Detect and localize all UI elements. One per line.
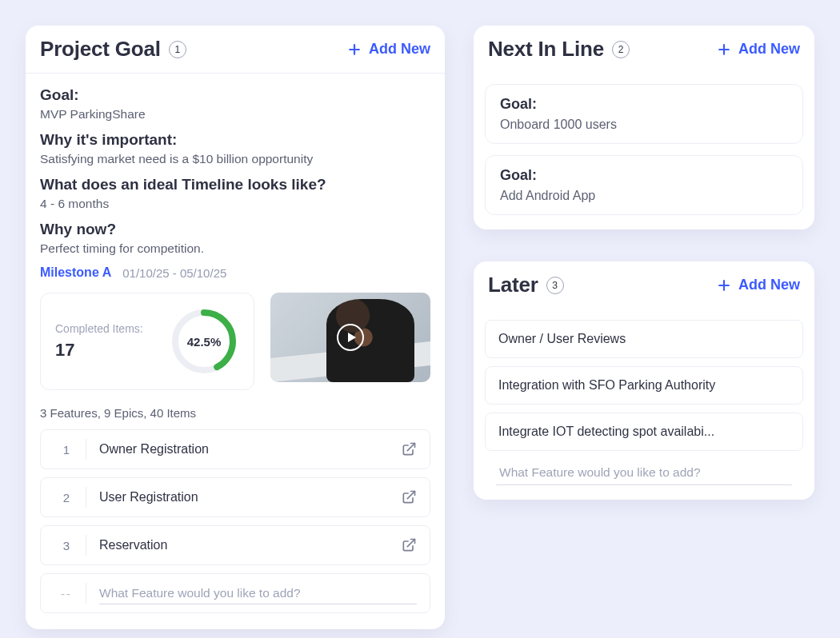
later-item[interactable]: Integrate IOT detecting spot availabi... <box>485 413 803 451</box>
timeline-value: 4 - 6 months <box>40 197 430 211</box>
goal-value: Add Android App <box>500 189 788 203</box>
project-goal-title: Project Goal <box>40 37 161 62</box>
add-new-next-button[interactable]: Add New <box>716 41 800 58</box>
whynow-label: Why now? <box>40 221 430 238</box>
next-title: Next In Line <box>488 37 604 62</box>
add-later-feature-input[interactable] <box>496 459 792 485</box>
link-icon <box>401 441 417 457</box>
goal-label: Goal: <box>40 86 430 104</box>
later-title: Later <box>488 273 538 297</box>
feature-name: Owner Registration <box>99 442 401 457</box>
completed-stat-card: Completed Items: 17 42.5% <box>40 293 254 390</box>
plus-icon <box>716 42 732 58</box>
goal-label: Goal: <box>500 167 788 184</box>
later-badge: 3 <box>546 277 564 294</box>
whynow-value: Perfect timing for competition. <box>40 241 430 256</box>
next-badge: 2 <box>612 41 630 58</box>
progress-donut: 42.5% <box>169 306 239 377</box>
timeline-label: What does an ideal Timeline looks like? <box>40 176 430 193</box>
link-icon <box>401 537 417 553</box>
feature-item[interactable]: 1Owner Registration <box>40 429 430 469</box>
feature-name: User Registration <box>99 490 401 504</box>
goal-box[interactable]: Goal:Add Android App <box>485 155 803 215</box>
progress-percent: 42.5% <box>169 306 239 377</box>
project-goal-header: Project Goal 1 Add New <box>26 26 445 74</box>
feature-item[interactable]: 2User Registration <box>40 477 430 517</box>
add-feature-row: -- <box>40 573 430 613</box>
counts-summary: 3 Features, 9 Epics, 40 Items <box>40 406 430 420</box>
add-new-label: Add New <box>738 277 800 293</box>
video-thumbnail[interactable] <box>270 293 430 382</box>
add-new-label: Add New <box>369 41 430 58</box>
add-feature-num: -- <box>54 587 79 600</box>
feature-item[interactable]: 3Reservation <box>40 525 430 565</box>
plus-icon <box>716 277 732 293</box>
project-goal-badge: 1 <box>169 41 186 58</box>
goal-box[interactable]: Goal:Onboard 1000 users <box>485 84 803 144</box>
add-new-project-goal-button[interactable]: Add New <box>346 41 430 58</box>
completed-label: Completed Items: <box>55 322 143 335</box>
feature-number: 1 <box>54 443 79 457</box>
goal-label: Goal: <box>500 96 788 113</box>
feature-number: 2 <box>54 491 79 504</box>
later-card: Later 3 Add New Owner / User ReviewsInte… <box>474 261 814 500</box>
milestone-link[interactable]: Milestone A <box>40 265 111 280</box>
later-item[interactable]: Integration with SFO Parking Authority <box>485 366 803 405</box>
feature-name: Reservation <box>99 538 401 552</box>
important-value: Satisfying market need is a $10 billion … <box>40 152 430 166</box>
play-icon <box>337 324 364 351</box>
plus-icon <box>346 42 362 58</box>
add-new-label: Add New <box>738 41 800 58</box>
milestone-dates: 01/10/25 - 05/10/25 <box>122 266 226 280</box>
feature-number: 3 <box>54 539 79 552</box>
completed-value: 17 <box>55 340 143 361</box>
add-new-later-button[interactable]: Add New <box>716 277 800 293</box>
next-header: Next In Line 2 Add New <box>474 26 814 73</box>
link-icon <box>401 489 417 505</box>
goal-value: MVP ParkingShare <box>40 107 430 122</box>
next-in-line-card: Next In Line 2 Add New Goal:Onboard 1000… <box>474 26 814 229</box>
project-goal-card: Project Goal 1 Add New Goal: MVP Parking… <box>26 26 445 629</box>
later-item[interactable]: Owner / User Reviews <box>485 320 803 358</box>
add-feature-input[interactable] <box>99 583 417 604</box>
later-header: Later 3 Add New <box>474 261 814 309</box>
important-label: Why it's important: <box>40 131 430 149</box>
goal-value: Onboard 1000 users <box>500 118 788 132</box>
